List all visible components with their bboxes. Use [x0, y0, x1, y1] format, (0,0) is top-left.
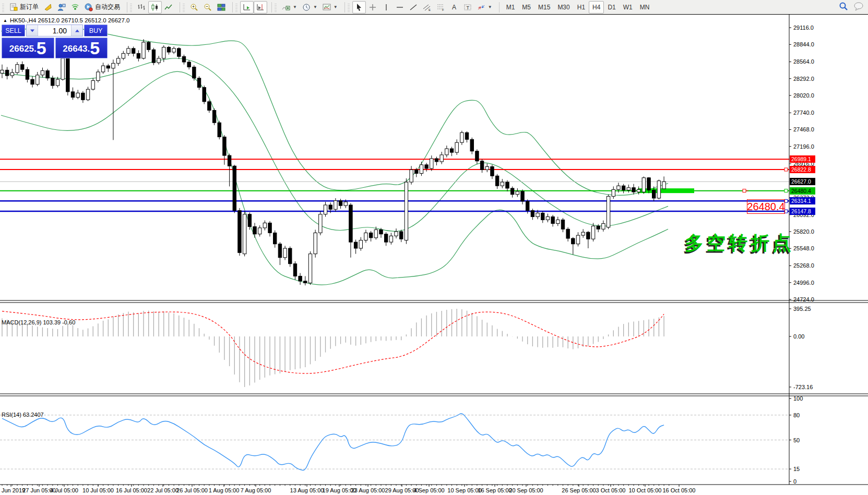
chat-icon[interactable] — [853, 2, 864, 13]
strategy-tester-button[interactable] — [55, 1, 68, 14]
svg-text:T: T — [466, 5, 469, 10]
buy-price[interactable]: 26643.5 — [55, 38, 108, 58]
candle-body — [501, 182, 504, 186]
candle-body — [627, 188, 630, 190]
caret-down-icon: ▼ — [334, 5, 338, 9]
search-icon[interactable] — [839, 2, 848, 13]
line-handle[interactable] — [784, 189, 788, 192]
candle-body — [187, 62, 191, 67]
volume-increase-button[interactable] — [71, 25, 82, 36]
candle-body — [81, 93, 85, 100]
date-label: 13 Aug 05:00 — [290, 487, 324, 493]
candle-body — [10, 73, 14, 76]
sell-price[interactable]: 26625.5 — [2, 38, 54, 58]
timeframe-h1-button[interactable]: H1 — [574, 1, 589, 14]
chart-region[interactable]: 29116.028844.028564.028292.028020.027740… — [0, 15, 868, 495]
highlight-zone[interactable] — [638, 188, 694, 193]
toolbar-grip[interactable] — [348, 3, 350, 12]
axis-tick-label: 29116.0 — [793, 25, 814, 31]
indicators-button[interactable]: ▼ — [279, 1, 300, 14]
shapes-button[interactable]: ▼ — [474, 1, 495, 14]
date-label: 3 Oct 05:00 — [596, 487, 626, 493]
candle-body — [308, 254, 312, 283]
candlestick-button[interactable] — [148, 1, 162, 14]
candle-body — [31, 79, 34, 84]
timeframe-w1-button[interactable]: W1 — [620, 1, 636, 14]
price-level-label[interactable]: 26480.4 — [747, 199, 785, 214]
label-anchor-handle[interactable] — [743, 189, 746, 192]
candle-body — [551, 217, 554, 224]
candle-body — [647, 178, 650, 190]
auto-scroll-button[interactable] — [240, 1, 254, 14]
timeframe-d1-button[interactable]: D1 — [604, 1, 619, 14]
price-tag-26822.8: 26822.8 — [790, 166, 815, 173]
candle-body — [112, 63, 115, 68]
toolbar-grip[interactable] — [235, 3, 237, 12]
zoom-in-button[interactable] — [187, 1, 201, 14]
signals-button[interactable] — [68, 1, 82, 14]
fibonacci-button[interactable]: F — [434, 1, 447, 14]
bar-chart-button[interactable] — [135, 1, 148, 14]
macd-signal-line — [2, 311, 664, 373]
toolbar-grip[interactable] — [183, 3, 185, 12]
toolbar-separator — [344, 2, 345, 13]
timeframe-mn-button[interactable]: MN — [636, 1, 653, 14]
volume-value[interactable]: 1.00 — [38, 25, 71, 36]
candle-body — [400, 232, 403, 239]
timeframe-m15-button[interactable]: M15 — [534, 1, 554, 14]
candle-body — [106, 66, 110, 68]
label-button[interactable]: T — [461, 1, 474, 14]
candle-body — [233, 166, 236, 210]
chart-title: ▲ HK50-,H4 26512.0 26710.5 26512.0 26627… — [3, 17, 129, 23]
chart-shift-button[interactable] — [254, 1, 267, 14]
date-label: 10 Sep 05:00 — [447, 487, 481, 493]
candle-body — [344, 202, 347, 206]
candle-body — [71, 92, 74, 98]
candle-body — [354, 242, 357, 248]
svg-text:A: A — [452, 4, 456, 11]
cursor-button[interactable] — [352, 1, 366, 14]
templates-button[interactable]: ▼ — [320, 1, 340, 14]
volume-decrease-button[interactable] — [27, 25, 38, 36]
new-order-button[interactable]: 新订单 — [7, 1, 41, 14]
timeframe-m1-button[interactable]: M1 — [503, 1, 519, 14]
crosshair-button[interactable] — [366, 1, 379, 14]
axis-tick-label: 27740.0 — [793, 110, 814, 116]
timeframe-h4-button[interactable]: H4 — [589, 1, 604, 14]
toolbar-grip[interactable] — [130, 3, 132, 12]
candle-body — [576, 235, 579, 244]
hline-button[interactable] — [393, 1, 407, 14]
candle-body — [657, 181, 660, 198]
candle-body — [41, 71, 44, 75]
buy-button[interactable]: BUY — [84, 25, 108, 37]
periods-button[interactable]: ▼ — [300, 1, 320, 14]
candle-body — [197, 78, 200, 88]
zoom-out-button[interactable] — [201, 1, 215, 14]
price-tag-26314.1: 26314.1 — [790, 197, 815, 204]
toolbar-grip[interactable] — [2, 3, 4, 12]
toolbar-grip[interactable] — [275, 3, 277, 12]
autotrade-button[interactable]: 自动交易 — [82, 1, 123, 14]
candle-body — [572, 238, 575, 244]
metaeditor-button[interactable] — [41, 1, 55, 14]
line-handle[interactable] — [784, 168, 788, 171]
channel-button[interactable]: E — [420, 1, 434, 14]
chart-annotation[interactable]: 多空转折点 — [685, 231, 794, 256]
line-chart-button[interactable] — [162, 1, 175, 14]
rsi-axis-label: 80 — [793, 412, 800, 418]
timeframe-m30-button[interactable]: M30 — [554, 1, 573, 14]
chart-title-text: HK50-,H4 26512.0 26710.5 26512.0 26627.0 — [10, 17, 130, 23]
trendline-button[interactable] — [407, 1, 420, 14]
timeframe-m5-button[interactable]: M5 — [518, 1, 534, 14]
text-button[interactable]: A — [447, 1, 461, 14]
tile-windows-button[interactable] — [215, 1, 228, 14]
collapse-icon[interactable]: ▲ — [3, 18, 7, 23]
sell-button[interactable]: SELL — [2, 25, 25, 37]
vline-button[interactable] — [379, 1, 393, 14]
sell-price-frac: 5 — [37, 39, 46, 57]
candle-body — [258, 228, 261, 234]
candle-body — [364, 233, 367, 240]
volume-stepper[interactable]: 1.00 — [26, 25, 83, 37]
rsi-indicator-label: RSI(14) 63.2407 — [2, 412, 44, 418]
candle-body — [238, 211, 241, 253]
